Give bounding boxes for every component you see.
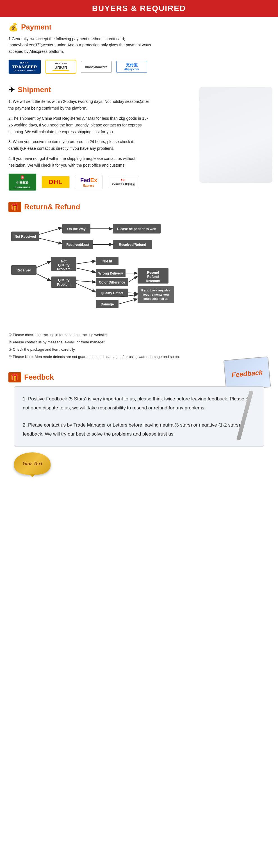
- china-post-logo: 📮 中国邮政 CHINA POST: [8, 174, 36, 191]
- note-2: ② Please contact us by meesage, e-mail, …: [8, 339, 270, 345]
- your-text-badge: Your Text: [14, 453, 50, 475]
- wrong-delivery-label: Wrong Delivery: [98, 272, 123, 275]
- return-refund-section: 🎁 Return& Refund .fbox { fill: #555; } .…: [0, 196, 278, 367]
- payment-heading: Payment: [21, 23, 51, 31]
- svg-line-16: [76, 268, 96, 272]
- feedback-para2: 2. Please contact us by Trade Manager or…: [23, 421, 255, 439]
- refund-icon: 🎁: [8, 202, 21, 212]
- please-wait-label: Please be patient to wait: [117, 227, 156, 231]
- color-diff-label: Color Difference: [99, 280, 125, 284]
- page-title: BUYERS & REQUIRED: [0, 4, 278, 13]
- page-header: BUYERS & REQUIRED: [0, 0, 278, 17]
- quality-problem-label2: Problem: [57, 283, 70, 287]
- payment-title-row: 💰 Payment: [8, 23, 270, 32]
- received-label: Received: [16, 268, 31, 272]
- payment-body: 1.Generally, we accept the following pay…: [8, 36, 154, 55]
- badge-text: Your Text: [23, 461, 42, 467]
- resend-refund-label2: Refund: [147, 275, 159, 279]
- shipment-para4: 4. If you have not got it within the shi…: [8, 155, 152, 169]
- moneybookers-logo: moneybookers: [81, 61, 112, 73]
- note-4: ④ Please Note: Men made defects are not …: [8, 354, 270, 360]
- refund-title-row: 🎁 Return& Refund: [8, 202, 270, 212]
- payment-icon: 💰: [8, 23, 18, 32]
- western-union-logo: WESTERN UNION: [45, 60, 76, 73]
- not-quality-label: Not: [61, 259, 67, 263]
- received-lost-label: Received/Lost: [66, 243, 89, 247]
- alipay-logo: 支付宝 Alipay.com: [116, 61, 147, 73]
- svg-line-25: [128, 277, 137, 282]
- feedback-heading: Feedbck: [24, 373, 54, 381]
- if-else-label: If you have any else: [141, 288, 170, 292]
- received-refund-label: Received/Refund: [119, 243, 146, 247]
- refund-heading: Return& Refund: [24, 203, 80, 211]
- svg-line-5: [39, 238, 62, 244]
- shipment-para2: 2.The shipment by China Post Registered …: [8, 115, 149, 135]
- not-fit-label: Not fit: [103, 259, 112, 263]
- feedback-section: 🎁 Feedbck Feedback 1. Positive Feedback …: [0, 367, 278, 483]
- note-1: ① Please check the tracking in formation…: [8, 332, 270, 338]
- svg-line-14: [36, 274, 50, 281]
- not-quality-label2: Quality: [58, 263, 70, 267]
- fedex-logo: FedEx Express: [75, 175, 103, 189]
- note-3: ③ Check the package and Item, carefully.: [8, 346, 270, 353]
- refund-notes: ① Please check the tracking in formation…: [8, 332, 270, 360]
- not-quality-label3: Problem: [57, 267, 70, 271]
- on-the-way-label: On the Way: [67, 227, 85, 231]
- svg-line-10: [36, 261, 50, 268]
- flow-diagram: .fbox { fill: #555; } .ftext { fill: #ff…: [8, 216, 270, 327]
- feedback-img-text: Feedback: [231, 368, 263, 379]
- svg-line-20: [76, 283, 96, 292]
- feedback-content-box: 1. Positive Feedback (5 Stars) is very i…: [14, 386, 264, 447]
- svg-line-12: [76, 261, 96, 264]
- shipment-heading: Shipment: [18, 86, 51, 94]
- not-received-label: Not Received: [14, 235, 36, 239]
- svg-line-29: [118, 299, 137, 304]
- sf-express-logo: SF EXPRESS 顺丰速运: [108, 176, 139, 188]
- svg-line-27: [128, 293, 137, 293]
- shipment-section: ✈ Shipment 1. We will sent the items wit…: [0, 80, 278, 196]
- dhl-logo: DHL: [41, 176, 70, 188]
- if-else-label2: requirements you: [143, 293, 169, 296]
- payment-section: 💰 Payment 1.Generally, we accept the fol…: [0, 17, 278, 80]
- shipment-icon: ✈: [8, 85, 15, 94]
- feedback-image: Feedback: [223, 356, 271, 391]
- feedback-icon: 🎁: [8, 372, 21, 382]
- quality-defect-label: Quality Defect: [101, 291, 124, 295]
- svg-line-18: [76, 281, 96, 282]
- if-else-label3: could also tell us: [143, 297, 168, 300]
- resend-refund-label3: Discount: [146, 279, 160, 283]
- bank-transfer-logo: BANK TRANSFER INTERNATIONAL: [8, 60, 41, 74]
- quality-problem-label: Quality: [58, 278, 70, 282]
- payment-logos: BANK TRANSFER INTERNATIONAL WESTERN UNIO…: [8, 60, 270, 74]
- resend-refund-label: Resend: [147, 271, 159, 275]
- shipment-para1: 1. We will sent the items within 2-5days…: [8, 98, 154, 112]
- damage-label: Damage: [101, 302, 114, 306]
- feedback-para1: 1. Positive Feedback (5 Stars) is very i…: [23, 395, 255, 413]
- shipment-para3: 3. When you receive the items you ordere…: [8, 138, 152, 152]
- svg-line-1: [39, 228, 62, 234]
